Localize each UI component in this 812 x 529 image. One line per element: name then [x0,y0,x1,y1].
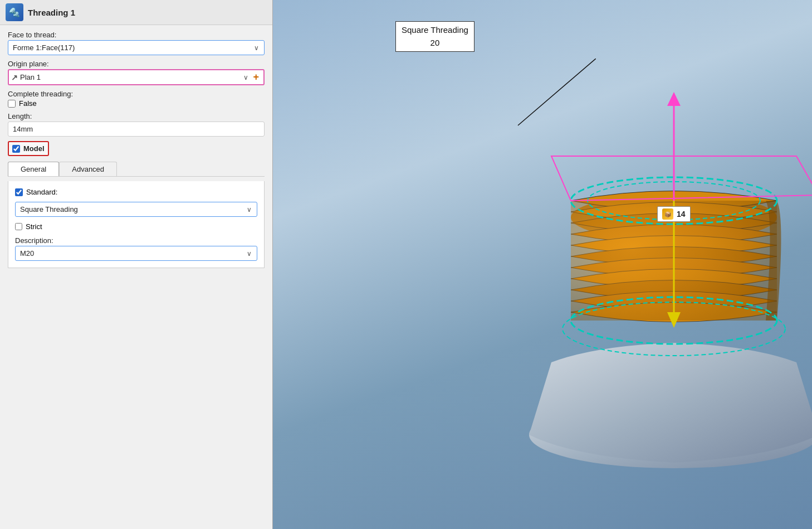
title-icon: 🔩 [6,3,23,21]
title-bar: 🔩 Threading 1 [0,0,272,25]
complete-threading-row: False [8,99,265,108]
face-to-thread-label: Face to thread: [8,31,265,39]
complete-threading-section: Complete threading: False [8,90,265,108]
standard-label: Standard: [26,188,57,196]
origin-arrow-icon: ↗ [11,73,18,82]
dimension-value: 14 [677,210,686,219]
face-to-thread-section: Face to thread: Forme 1:Face(117) [8,31,265,55]
length-input[interactable] [8,122,265,137]
dimension-marker: 📦 14 [657,206,691,222]
length-section: Length: [8,112,265,137]
standard-dropdown[interactable]: Square Threading Metric Unified Trapezoi… [15,202,257,217]
svg-marker-9 [667,92,681,106]
complete-threading-value: False [19,99,37,108]
length-label: Length: [8,112,265,120]
description-wrapper: M20 M16 M24 M30 [15,246,257,261]
complete-threading-checkbox[interactable] [8,100,16,108]
model-label: Model [23,144,45,153]
complete-threading-label: Complete threading: [8,90,265,98]
tooltip-label: Square Threading 20 [395,21,475,52]
svg-line-0 [518,59,596,125]
origin-chevron-icon: ∨ [243,74,248,81]
strict-label: Strict [26,222,42,231]
tabs-row: General Advanced [8,162,265,177]
strict-row: Strict [15,222,257,231]
face-to-thread-select[interactable]: Forme 1:Face(117) [8,40,265,55]
panel-body: Face to thread: Forme 1:Face(117) Origin… [0,25,272,529]
annotation-line [473,59,596,131]
tooltip-line1: Square Threading [402,24,468,37]
strict-checkbox[interactable] [15,223,22,230]
standard-dropdown-wrapper: Square Threading Metric Unified Trapezoi… [15,202,257,217]
model-checkbox[interactable] [12,145,20,153]
description-section: Description: M20 M16 M24 M30 [15,236,257,261]
left-panel: 🔩 Threading 1 Face to thread: Forme 1:Fa… [0,0,273,529]
face-to-thread-wrapper: Forme 1:Face(117) [8,40,265,55]
standard-checkbox[interactable] [15,188,23,196]
tab-general[interactable]: General [8,162,59,176]
origin-plane-select[interactable]: Plan 1 [20,73,241,81]
panel-title: Threading 1 [28,8,75,17]
tooltip-line2: 20 [402,37,468,50]
description-label: Description: [15,236,257,245]
tab-advanced[interactable]: Advanced [59,162,117,176]
scene-container: Square Threading 20 [273,0,812,529]
tab-content-general: Standard: Square Threading Metric Unifie… [8,181,265,268]
model-row: Model [8,141,49,156]
viewport: Square Threading 20 [273,0,812,529]
origin-add-button[interactable]: + [251,71,261,83]
dimension-icon: 📦 [662,208,673,220]
description-select[interactable]: M20 M16 M24 M30 [15,246,257,261]
origin-plane-row: ↗ Plan 1 ∨ + [8,69,265,85]
origin-plane-section: Origin plane: ↗ Plan 1 ∨ + [8,60,265,85]
origin-plane-label: Origin plane: [8,60,265,68]
standard-row: Standard: [15,188,257,196]
